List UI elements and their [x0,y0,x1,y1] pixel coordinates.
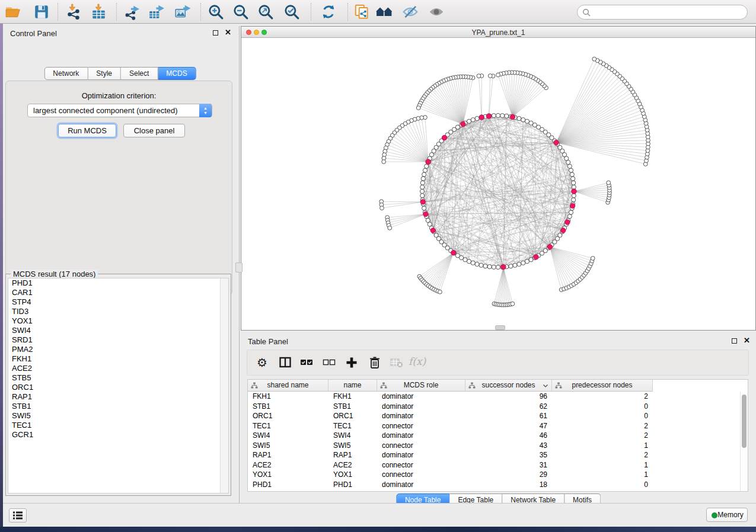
table-row[interactable]: SWI4SWI4dominator462 [248,431,739,441]
table-header-row: shared name name MCDS role successor nod… [248,380,653,392]
column-header-mcds-role[interactable]: MCDS role [377,380,465,392]
table-cell: dominator [377,392,465,402]
result-list-item[interactable]: TEC1 [8,421,228,430]
zoom-selected-icon[interactable] [283,4,301,20]
result-list-item[interactable]: YOX1 [8,316,228,326]
float-window-icon[interactable] [732,338,737,344]
show-all-icon[interactable] [428,4,446,20]
close-panel-button[interactable]: Close panel [123,124,185,137]
result-list-item[interactable]: STB5 [8,373,228,383]
table-cell: connector [377,460,465,470]
table-row[interactable]: TEC1TEC1connector472 [248,421,739,431]
result-list-item[interactable]: PMA2 [8,345,228,354]
table-row[interactable]: YOX1YOX1connector291 [248,470,739,480]
network-view-window: YPA_prune.txt_1 [241,26,756,331]
column-header-predecessor-nodes[interactable]: predecessor nodes [552,380,653,392]
import-table-icon[interactable] [90,4,108,20]
table-cell: TEC1 [328,421,377,431]
tab-style[interactable]: Style [88,67,121,80]
result-list-item[interactable]: SWI4 [8,326,228,335]
table-row[interactable]: ACE2ACE2connector311 [248,460,739,470]
delete-column-icon[interactable] [368,355,382,372]
tab-network[interactable]: Network [44,67,88,80]
table-panel-header: Table Panel ✕ [241,335,756,348]
vertical-splitter-grip[interactable] [235,262,243,273]
table-cell: 2 [552,392,653,402]
result-list-item[interactable]: SWI5 [8,411,228,421]
result-scrollbar[interactable] [220,278,228,493]
result-list-item[interactable]: PHD1 [8,278,228,288]
table-row[interactable]: FKH1FKH1dominator962 [248,392,739,402]
result-list-item[interactable]: SRD1 [8,335,228,345]
close-icon[interactable]: ✕ [225,28,231,37]
table-row[interactable]: ORC1ORC1dominator610 [248,411,739,421]
float-window-icon[interactable] [213,30,218,36]
table-cell: dominator [377,402,465,412]
result-list-item[interactable]: CAR1 [8,288,228,297]
hide-selected-icon[interactable] [402,4,420,20]
optimization-criterion-select[interactable]: largest connected component (undirected)… [27,104,212,117]
zoom-out-icon[interactable] [232,4,250,20]
add-column-icon[interactable] [344,355,359,372]
result-list-item[interactable]: ACE2 [8,364,228,373]
table-scrollbar-thumb[interactable] [742,395,747,448]
result-list-item[interactable]: FKH1 [8,354,228,364]
column-header-name[interactable]: name [328,380,377,392]
memory-button[interactable]: Memory [706,508,748,522]
result-list-item[interactable]: STB1 [8,402,228,411]
task-history-button[interactable] [9,508,27,523]
horizontal-splitter-grip[interactable] [495,325,505,330]
mcds-result-list[interactable]: PHD1CAR1STP4TID3YOX1SWI4SRD1PMA2FKH1ACE2… [8,278,229,493]
split-view-icon[interactable] [278,355,292,372]
export-image-icon[interactable] [174,4,192,20]
table-cell: 2 [552,450,653,460]
table-cell: dominator [377,431,465,441]
table-cell: SWI4 [248,431,328,441]
desktop-background [0,24,3,527]
function-builder-icon: f(x) [409,355,426,367]
column-header-shared-name[interactable]: shared name [248,380,328,392]
export-table-icon[interactable] [148,4,166,20]
save-session-icon[interactable] [33,4,51,20]
table-row[interactable]: STB1STB1dominator620 [248,402,739,412]
tab-select[interactable]: Select [121,67,158,80]
clone-network-icon[interactable] [353,4,371,20]
table-cell: STB1 [328,402,377,412]
result-list-item[interactable]: GCR1 [8,430,228,440]
select-stepper-icon: ▲▼ [199,104,212,117]
first-neighbors-icon[interactable] [376,4,394,20]
table-row[interactable]: RAP1RAP1dominator352 [248,450,739,460]
table-cell: 47 [465,421,552,431]
status-bar: Memory [3,503,756,527]
import-network-icon[interactable] [65,4,83,20]
control-panel: Control Panel ✕ NetworkStyleSelectMCDS O… [3,24,237,503]
network-window-titlebar[interactable]: YPA_prune.txt_1 [241,27,755,38]
zoom-fit-icon[interactable] [257,4,275,20]
column-header-successor-nodes[interactable]: successor nodes [465,380,552,392]
table-scrollbar[interactable] [740,392,748,491]
table-cell: 29 [465,470,552,480]
deselect-all-checkboxes-icon[interactable] [322,355,336,372]
table-row[interactable]: SWI5SWI5connector431 [248,441,739,451]
result-list-item[interactable]: TID3 [8,307,228,316]
search-input[interactable] [577,5,748,20]
apply-layout-icon[interactable] [320,4,338,20]
table-cell: SWI5 [248,441,328,451]
result-list-item[interactable]: RAP1 [8,392,228,402]
table-toolbar: ⚙ f(x) [247,350,749,376]
result-list-item[interactable]: ORC1 [8,383,228,392]
open-session-icon[interactable] [5,4,23,20]
table-row[interactable]: PHD1PHD1dominator180 [248,480,739,490]
network-canvas[interactable] [241,38,755,330]
run-mcds-button[interactable]: Run MCDS [58,124,116,137]
result-list-item[interactable]: STP4 [8,297,228,307]
select-all-checkboxes-icon[interactable] [299,355,314,372]
zoom-in-icon[interactable] [208,4,225,20]
table-cell: SWI4 [328,431,377,441]
close-icon[interactable]: ✕ [744,336,750,345]
settings-gear-icon[interactable]: ⚙ [257,355,267,370]
tab-mcds[interactable]: MCDS [158,67,196,80]
mcds-result-box: MCDS result (17 nodes) PHD1CAR1STP4TID3Y… [5,274,231,496]
export-network-icon[interactable] [123,4,141,20]
table-cell: connector [377,441,465,451]
